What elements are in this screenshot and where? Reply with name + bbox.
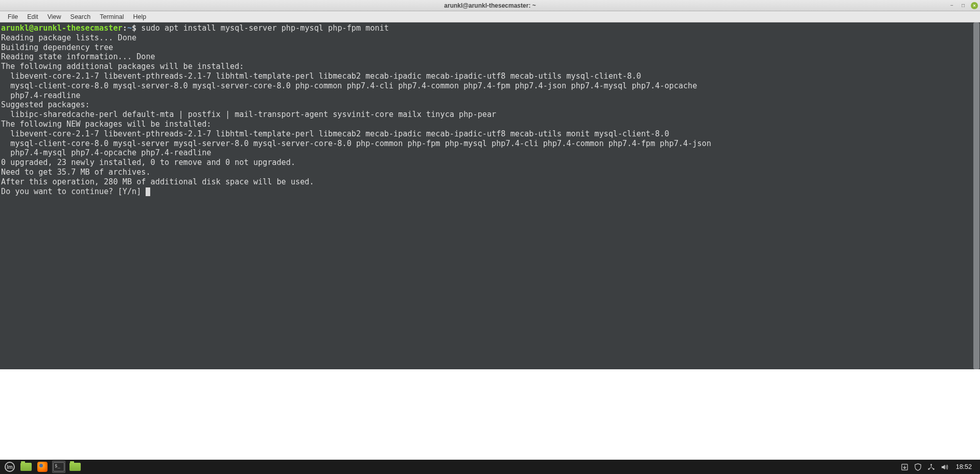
mint-menu-button[interactable]: lm bbox=[3, 461, 16, 473]
panel-clock[interactable]: 18:52 bbox=[954, 463, 974, 470]
terminal-line: 0 upgraded, 23 newly installed, 0 to rem… bbox=[1, 158, 972, 168]
panel-tray: 18:52 bbox=[901, 463, 977, 471]
firefox-icon bbox=[37, 462, 48, 472]
terminal-line: mysql-client-core-8.0 mysql-server-8.0 m… bbox=[1, 81, 972, 91]
files-launcher-2[interactable] bbox=[68, 461, 82, 473]
terminal-icon: $_ bbox=[53, 462, 64, 471]
volume-icon[interactable] bbox=[941, 463, 949, 471]
mint-logo-icon: lm bbox=[5, 462, 15, 472]
terminal-content[interactable]: arunkl@arunkl-thesecmaster:~$ sudo apt i… bbox=[0, 22, 973, 369]
terminal-launcher[interactable]: $_ bbox=[52, 461, 65, 473]
terminal-line: php7.4-readline bbox=[1, 91, 972, 101]
terminal-line: Do you want to continue? [Y/n] bbox=[1, 187, 972, 197]
menu-file[interactable]: File bbox=[3, 12, 22, 21]
minimize-button[interactable]: − bbox=[948, 2, 955, 9]
panel-launchers: lm $_ bbox=[3, 461, 82, 473]
terminal-line: After this operation, 280 MB of addition… bbox=[1, 177, 972, 187]
svg-point-1 bbox=[930, 464, 932, 465]
taskbar-panel: lm $_ 18:52 bbox=[0, 460, 980, 474]
maximize-button[interactable]: □ bbox=[960, 2, 967, 9]
menu-terminal[interactable]: Terminal bbox=[95, 12, 128, 21]
menu-edit[interactable]: Edit bbox=[22, 12, 43, 21]
terminal-line: Building dependency tree bbox=[1, 43, 972, 53]
window-titlebar: arunkl@arunkl-thesecmaster: ~ − □ × bbox=[0, 0, 980, 11]
terminal-line: The following NEW packages will be insta… bbox=[1, 120, 972, 129]
terminal-area[interactable]: arunkl@arunkl-thesecmaster:~$ sudo apt i… bbox=[0, 22, 980, 369]
terminal-line: The following additional packages will b… bbox=[1, 62, 972, 72]
folder-icon bbox=[20, 463, 32, 471]
terminal-line: libipc-sharedcache-perl default-mta | po… bbox=[1, 110, 972, 120]
terminal-line: Reading package lists... Done bbox=[1, 33, 972, 43]
terminal-cursor bbox=[146, 187, 150, 196]
menu-view[interactable]: View bbox=[43, 12, 66, 21]
terminal-line: Reading state information... Done bbox=[1, 52, 972, 62]
terminal-line: php7.4-mysql php7.4-opcache php7.4-readl… bbox=[1, 148, 972, 158]
files-launcher[interactable] bbox=[19, 461, 33, 473]
menu-help[interactable]: Help bbox=[128, 12, 151, 21]
menubar: File Edit View Search Terminal Help bbox=[0, 11, 980, 22]
shield-icon[interactable] bbox=[914, 463, 922, 471]
terminal-line: libevent-core-2.1-7 libevent-pthreads-2.… bbox=[1, 129, 972, 139]
scrollbar-thumb[interactable] bbox=[973, 22, 979, 369]
firefox-launcher[interactable] bbox=[36, 461, 49, 473]
close-button[interactable]: × bbox=[971, 2, 978, 9]
window-controls: − □ × bbox=[948, 2, 978, 9]
update-manager-icon[interactable] bbox=[901, 463, 909, 471]
network-icon[interactable] bbox=[927, 463, 936, 471]
terminal-line: mysql-client-core-8.0 mysql-server mysql… bbox=[1, 139, 972, 149]
terminal-line: arunkl@arunkl-thesecmaster:~$ sudo apt i… bbox=[1, 23, 972, 33]
window-title: arunkl@arunkl-thesecmaster: ~ bbox=[444, 2, 535, 9]
desktop-gap bbox=[0, 369, 980, 460]
terminal-scrollbar[interactable] bbox=[973, 22, 980, 369]
terminal-line: libevent-core-2.1-7 libevent-pthreads-2.… bbox=[1, 72, 972, 81]
folder-icon bbox=[69, 463, 81, 471]
terminal-line: Need to get 35.7 MB of archives. bbox=[1, 168, 972, 177]
terminal-line: Suggested packages: bbox=[1, 100, 972, 110]
menu-search[interactable]: Search bbox=[66, 12, 96, 21]
